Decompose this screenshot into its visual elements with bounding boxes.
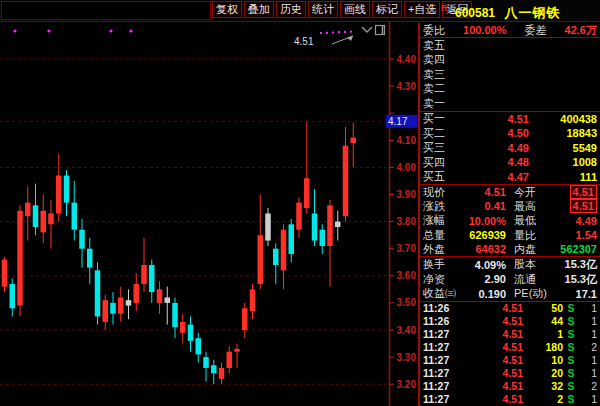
chevron-down-icon[interactable] <box>362 27 372 32</box>
tick-count: 1 <box>579 367 597 379</box>
tick-row: 11:274.512S1 <box>420 393 600 406</box>
stat-label: 最高 <box>514 199 536 214</box>
fundamental-row: 换手4.09%股本15.3亿 <box>420 257 600 272</box>
candle-body <box>335 222 341 227</box>
restore-rights-button[interactable]: 复权 <box>212 1 242 18</box>
candle-body <box>273 249 279 265</box>
tick-volume: 20 <box>523 367 563 379</box>
candle-body <box>2 260 8 287</box>
candle-body <box>10 284 16 308</box>
candle-body <box>180 322 186 333</box>
weibi-value: 100.00% <box>463 24 506 36</box>
mark-button[interactable]: 标记 <box>372 1 402 18</box>
tick-direction: S <box>563 302 579 314</box>
buy-level-row: 买三4.495549 <box>420 141 600 156</box>
candle-body <box>79 230 85 249</box>
tick-count: 1 <box>579 302 597 314</box>
tick-volume: 32 <box>523 380 563 392</box>
candle-body <box>103 300 109 322</box>
weibi-label: 委比 <box>423 23 445 38</box>
tick-list[interactable]: 11:264.5150S111:264.5144S111:274.511S111… <box>420 302 600 406</box>
candle-body <box>72 203 78 230</box>
buy-level-volume: 1008 <box>529 156 597 168</box>
y-axis-label: 3.90 <box>397 189 417 200</box>
candle-body <box>320 230 326 246</box>
add-watchlist-button[interactable]: +自选 <box>404 1 440 18</box>
stat-value: 1.54 <box>576 229 597 241</box>
candle-body <box>41 211 47 233</box>
tick-direction: S <box>563 393 579 405</box>
margin-flag: R <box>441 3 448 13</box>
quote-stat-row-right: 今开4.51 <box>514 185 597 200</box>
history-button[interactable]: 历史 <box>276 1 306 18</box>
stat-value: 15.3亿 <box>565 272 597 287</box>
tick-count: 1 <box>579 354 597 366</box>
tick-volume: 180 <box>523 341 563 353</box>
tick-row: 11:274.5110S1 <box>420 354 600 367</box>
candle-body <box>258 235 264 284</box>
tick-price: 4.51 <box>461 328 523 340</box>
tick-row: 11:274.511S1 <box>420 328 600 341</box>
y-axis-label: 3.40 <box>397 325 417 336</box>
sell-level-label: 卖二 <box>423 81 457 96</box>
quote-stat-row-left: 现价4.51 <box>423 185 506 200</box>
tick-time: 11:27 <box>423 328 461 340</box>
candle-body <box>227 352 233 368</box>
draw-line-button[interactable]: 画线 <box>340 1 370 18</box>
quote-stats: 现价4.51今开4.51涨跌0.41最高4.51涨幅10.00%最低4.49总量… <box>420 185 600 256</box>
candle-body <box>141 265 147 284</box>
fundamentals: 换手4.09%股本15.3亿净资2.90流通15.3亿收益㈢0.190PE(动)… <box>420 257 600 301</box>
event-marker-dot <box>13 29 16 32</box>
tick-row: 11:274.51180S2 <box>420 341 600 354</box>
stat-label: 总量 <box>423 228 445 243</box>
tick-row: 11:274.5132S2 <box>420 380 600 393</box>
candle-body <box>172 303 178 327</box>
candle-body <box>64 176 70 203</box>
stat-value: 626939 <box>469 229 506 241</box>
sell-level-label: 卖三 <box>423 67 457 82</box>
buy-level-volume: 400438 <box>529 113 597 125</box>
candle-body <box>87 249 93 268</box>
statistics-button[interactable]: 统计 <box>308 1 338 18</box>
buy-level-price: 4.51 <box>457 113 529 125</box>
tick-volume: 2 <box>523 393 563 405</box>
y-axis-label: 4.00 <box>397 162 417 173</box>
candle-body <box>157 289 163 303</box>
candle-body <box>219 368 225 379</box>
stock-app-window: 复权叠加历史统计画线标记+自选返回 R 600581 八一钢铁 4.404.30… <box>0 0 600 406</box>
candle-body <box>134 284 140 303</box>
quote-stat-row: 现价4.51今开4.51 <box>420 185 600 199</box>
price-tag: 4.17 <box>388 116 408 127</box>
tick-price: 4.51 <box>461 354 523 366</box>
tick-count: 1 <box>579 393 597 405</box>
symbol-input-box[interactable] <box>1 1 211 20</box>
stat-label: 最低 <box>514 213 536 228</box>
tick-volume: 44 <box>523 315 563 327</box>
sell-level-row: 卖五 <box>420 38 600 53</box>
y-axis-label: 3.30 <box>397 352 417 363</box>
candle-body <box>188 325 194 341</box>
quote-stat-row: 涨跌0.41最高4.51 <box>420 199 600 213</box>
tick-direction: S <box>563 354 579 366</box>
tick-price: 4.51 <box>461 393 523 405</box>
tick-price: 4.51 <box>461 380 523 392</box>
stat-value: 4.51 <box>570 185 597 199</box>
kline-chart[interactable]: 4.404.304.104.003.903.803.703.603.503.40… <box>0 22 420 406</box>
buy-level-volume: 111 <box>529 171 597 183</box>
buy-level-price: 4.50 <box>457 127 529 139</box>
tick-direction: S <box>563 380 579 392</box>
stat-label: 换手 <box>423 257 445 272</box>
buy-levels: 买一4.51400438买二4.5018843买三4.495549买四4.481… <box>420 112 600 185</box>
candle-body <box>289 224 295 254</box>
buy-level-price: 4.49 <box>457 142 529 154</box>
stat-value: 4.51 <box>485 186 506 198</box>
tick-price: 4.51 <box>461 315 523 327</box>
buy-level-row: 买五4.47111 <box>420 170 600 185</box>
candle-body <box>110 303 116 314</box>
stat-label: 内盘 <box>514 242 536 257</box>
buy-level-price: 4.48 <box>457 156 529 168</box>
overlay-button[interactable]: 叠加 <box>244 1 274 18</box>
y-axis-label: 3.80 <box>397 216 417 227</box>
quote-panel: 委比 100.00% 委差 42.6万 卖五卖四卖三卖二卖一 买一4.51400… <box>418 23 600 406</box>
quote-stat-row-left: 涨跌0.41 <box>423 199 506 214</box>
